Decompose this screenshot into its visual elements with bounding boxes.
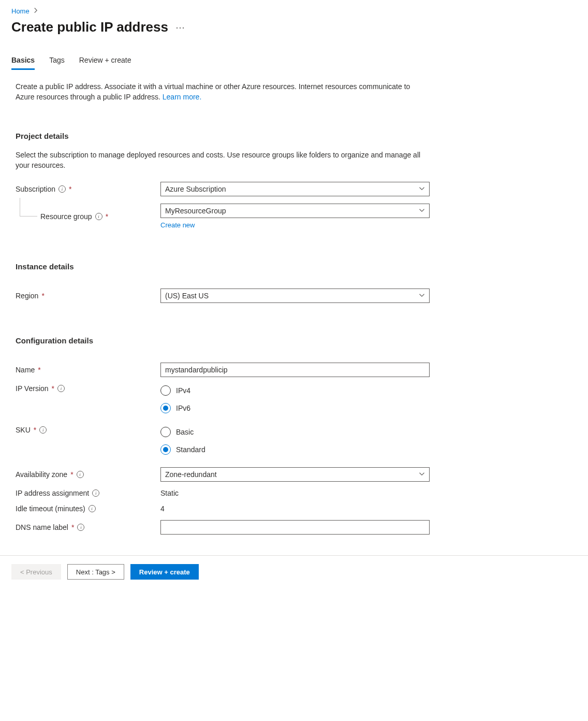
sku-standard-radio[interactable]: Standard: [160, 444, 430, 455]
ip-version-label: IP Version * i: [16, 384, 160, 393]
info-icon[interactable]: i: [95, 213, 102, 220]
tab-tags[interactable]: Tags: [49, 56, 65, 70]
info-icon[interactable]: i: [77, 524, 84, 531]
tab-review[interactable]: Review + create: [79, 56, 131, 70]
idle-timeout-value: 4: [160, 504, 165, 513]
availability-zone-select[interactable]: Zone-redundant: [160, 467, 430, 482]
ip-version-ipv6-radio[interactable]: IPv6: [160, 403, 430, 413]
sku-label: SKU * i: [16, 426, 160, 434]
create-new-rg-link[interactable]: Create new: [160, 221, 195, 229]
subscription-label: Subscription i *: [16, 185, 160, 193]
dns-name-label: DNS name label * i: [16, 523, 160, 531]
review-create-button[interactable]: Review + create: [130, 564, 199, 580]
ip-version-ipv4-radio[interactable]: IPv4: [160, 385, 430, 396]
tab-basics[interactable]: Basics: [11, 56, 35, 70]
name-label: Name *: [16, 366, 160, 374]
tree-connector: [20, 198, 37, 217]
region-select[interactable]: (US) East US: [160, 289, 430, 303]
info-icon[interactable]: i: [92, 489, 99, 497]
resource-group-select[interactable]: MyResourceGroup: [160, 204, 430, 218]
chevron-down-icon: [419, 185, 425, 193]
chevron-right-icon: [33, 7, 39, 15]
availability-zone-label: Availability zone * i: [16, 470, 160, 479]
project-details-desc: Select the subscription to manage deploy…: [11, 150, 425, 171]
chevron-down-icon: [419, 470, 425, 479]
tabs: Basics Tags Review + create: [11, 56, 577, 70]
name-input[interactable]: [160, 363, 430, 377]
idle-timeout-label: Idle timeout (minutes) i: [16, 504, 160, 513]
more-actions-icon[interactable]: ⋯: [175, 22, 185, 33]
project-details-heading: Project details: [11, 132, 577, 140]
previous-button: < Previous: [11, 564, 61, 580]
footer-bar: < Previous Next : Tags > Review + create: [0, 555, 588, 588]
page-title: Create public IP address: [11, 19, 168, 35]
region-label: Region *: [16, 292, 160, 300]
info-icon[interactable]: i: [57, 385, 65, 392]
info-icon[interactable]: i: [58, 185, 66, 193]
resource-group-label: Resource group i *: [16, 212, 160, 221]
intro-text: Create a public IP address. Associate it…: [11, 81, 425, 103]
next-button[interactable]: Next : Tags >: [67, 564, 124, 580]
learn-more-link[interactable]: Learn more.: [163, 93, 201, 101]
chevron-down-icon: [419, 292, 425, 300]
ip-assignment-label: IP address assignment i: [16, 489, 160, 497]
instance-details-heading: Instance details: [11, 262, 577, 271]
breadcrumb-home[interactable]: Home: [11, 7, 30, 15]
info-icon[interactable]: i: [77, 471, 84, 478]
chevron-down-icon: [419, 207, 425, 215]
subscription-select[interactable]: Azure Subscription: [160, 182, 430, 196]
sku-basic-radio[interactable]: Basic: [160, 427, 430, 437]
dns-name-input[interactable]: [160, 520, 430, 535]
ip-assignment-value: Static: [160, 489, 179, 497]
info-icon[interactable]: i: [89, 505, 96, 512]
configuration-details-heading: Configuration details: [11, 336, 577, 345]
info-icon[interactable]: i: [39, 426, 47, 434]
breadcrumb: Home: [11, 7, 577, 15]
